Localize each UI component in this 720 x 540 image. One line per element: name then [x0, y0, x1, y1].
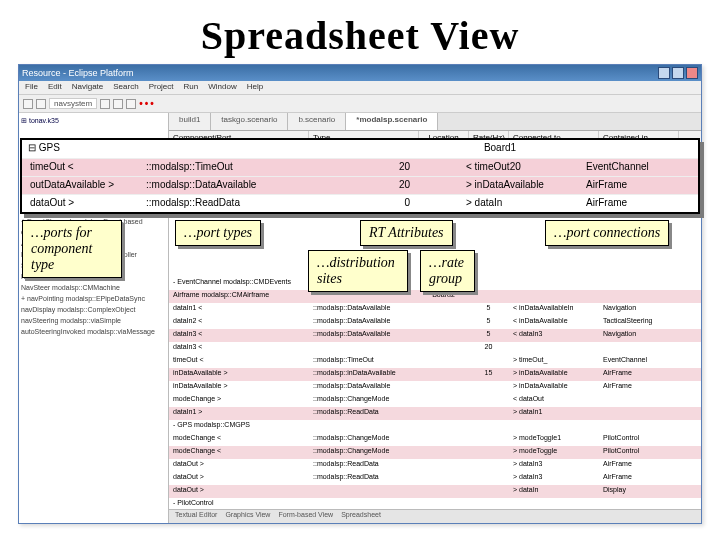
port-name-cell: outDataAvailable >	[22, 177, 142, 194]
sheet-row[interactable]: inDataAvailable >::modalsp::DataAvailabl…	[169, 381, 701, 394]
port-cont-cell: EventChannel	[582, 159, 682, 176]
annotation-ports-for-component: …ports for component type	[22, 220, 122, 278]
port-name-cell: dataOut >	[22, 195, 142, 212]
sheet-row[interactable]: timeOut <::modalsp::TimeOut> timeOut_Eve…	[169, 355, 701, 368]
tab-bscenario[interactable]: b.scenario	[288, 113, 346, 130]
port-conn-cell: < timeOut20	[462, 159, 582, 176]
tab-taskgo[interactable]: taskgo.scenario	[211, 113, 288, 130]
sheet-row[interactable]: modeChange <::modalsp::ChangeMode> modeT…	[169, 433, 701, 446]
gps-highlight-table: ⊟ GPS Board1 timeOut <::modalsp::TimeOut…	[20, 138, 700, 214]
sheet-row[interactable]: dataOut >::modalsp::ReadData> dataIn3Air…	[169, 472, 701, 485]
window-title-text: Resource - Eclipse Platform	[22, 68, 134, 78]
gps-row[interactable]: outDataAvailable >::modalsp::DataAvailab…	[22, 176, 698, 194]
port-rate-cell: 0	[322, 195, 422, 212]
maximize-icon[interactable]	[672, 67, 684, 79]
menu-item[interactable]: Navigate	[72, 82, 104, 93]
sheet-row[interactable]: dataIn2 <::modalsp::DataAvailable5< inDa…	[169, 316, 701, 329]
port-name-cell: timeOut <	[22, 159, 142, 176]
group-toggle[interactable]: ⊟ GPS	[22, 140, 122, 158]
port-conn-cell: > inDataAvailable	[462, 177, 582, 194]
annotation-port-types: …port types	[175, 220, 261, 246]
annotation-distribution-sites: …distribution sites	[308, 250, 408, 292]
toolbar-overflow-icon: •••	[139, 98, 156, 109]
sheet-row[interactable]: - GPS modalsp::CMGPS	[169, 420, 701, 433]
tree-row[interactable]: navDisplay modalsp::ComplexObject	[21, 304, 166, 315]
page-title: Spreadsheet View	[0, 0, 720, 63]
sheet-row[interactable]: modeChange <::modalsp::ChangeMode> modeT…	[169, 446, 701, 459]
tree-row[interactable]: + navPointing modalsp::EPipeDataSync	[21, 293, 166, 304]
sheet-row[interactable]: - PilotControl	[169, 498, 701, 509]
tree-row[interactable]: ⊞ tonav.k35	[21, 115, 166, 126]
toolbar-icon[interactable]	[126, 99, 136, 109]
tree-row[interactable]: NavSteer modalsp::CMMachine	[21, 282, 166, 293]
port-rate-cell: 20	[322, 177, 422, 194]
minimize-icon[interactable]	[658, 67, 670, 79]
editor-mode-tabs: Textual Editor Graphics View Form-based …	[169, 509, 701, 523]
sheet-row[interactable]: dataOut >::modalsp::ReadData> dataIn3Air…	[169, 459, 701, 472]
port-cont-cell: AirFrame	[582, 177, 682, 194]
menu-item[interactable]: Search	[113, 82, 138, 93]
port-type-cell: ::modalsp::ReadData	[142, 195, 322, 212]
tree-row[interactable]: navSteering modalsp::viaSimple	[21, 315, 166, 326]
sheet-row[interactable]: dataIn3 <20	[169, 342, 701, 355]
menu-item[interactable]: Window	[208, 82, 236, 93]
port-cont-cell: AirFrame	[582, 195, 682, 212]
editor-tabs: build1 taskgo.scenario b.scenario *modal…	[169, 113, 701, 131]
sheet-row[interactable]: inDataAvailable >::modalsp::inDataAvaila…	[169, 368, 701, 381]
toolbar: navsystem •••	[19, 95, 701, 113]
toolbar-icon[interactable]	[23, 99, 33, 109]
menu-item[interactable]: File	[25, 82, 38, 93]
sheet-row[interactable]: modeChange >::modalsp::ChangeMode< dataO…	[169, 394, 701, 407]
group-label: GPS	[39, 142, 60, 153]
close-icon[interactable]	[686, 67, 698, 79]
menu-item[interactable]: Edit	[48, 82, 62, 93]
tree-row[interactable]: autoSteeringInvoked modalsp::viaMessage	[21, 326, 166, 337]
menu-item[interactable]: Help	[247, 82, 263, 93]
toolbar-icon[interactable]	[100, 99, 110, 109]
toolbar-icon[interactable]	[113, 99, 123, 109]
window-titlebar: Resource - Eclipse Platform	[19, 65, 701, 81]
menu-item[interactable]: Project	[149, 82, 174, 93]
annotation-rt-attributes: RT Attributes	[360, 220, 453, 246]
menubar: File Edit Navigate Search Project Run Wi…	[19, 81, 701, 95]
tab-build1[interactable]: build1	[169, 113, 211, 130]
gps-board-cell: Board1	[302, 140, 698, 158]
toolbar-combo[interactable]: navsystem	[49, 98, 97, 109]
sheet-row[interactable]: dataIn3 <::modalsp::DataAvailable5< data…	[169, 329, 701, 342]
mode-tab-spreadsheet[interactable]: Spreadsheet	[341, 511, 381, 522]
sheet-row[interactable]: dataIn1 >::modalsp::ReadData> dataIn1	[169, 407, 701, 420]
port-type-cell: ::modalsp::DataAvailable	[142, 177, 322, 194]
port-conn-cell: > dataIn	[462, 195, 582, 212]
mode-tab-graphics[interactable]: Graphics View	[225, 511, 270, 522]
gps-row[interactable]: timeOut <::modalsp::TimeOut20< timeOut20…	[22, 158, 698, 176]
annotation-port-connections: …port connections	[545, 220, 669, 246]
eclipse-window: Resource - Eclipse Platform File Edit Na…	[18, 64, 702, 524]
port-type-cell: ::modalsp::TimeOut	[142, 159, 322, 176]
mode-tab-form[interactable]: Form-based View	[278, 511, 333, 522]
sheet-row[interactable]: dataOut >> dataInDisplay	[169, 485, 701, 498]
gps-row[interactable]: dataOut >::modalsp::ReadData0> dataInAir…	[22, 194, 698, 212]
mode-tab-textual[interactable]: Textual Editor	[175, 511, 217, 522]
menu-item[interactable]: Run	[184, 82, 199, 93]
toolbar-icon[interactable]	[36, 99, 46, 109]
sheet-row[interactable]: dataIn1 <::modalsp::DataAvailable5< inDa…	[169, 303, 701, 316]
port-rate-cell: 20	[322, 159, 422, 176]
tab-modalsp[interactable]: *modalsp.scenario	[346, 113, 438, 130]
annotation-rate-group: …rate group	[420, 250, 475, 292]
